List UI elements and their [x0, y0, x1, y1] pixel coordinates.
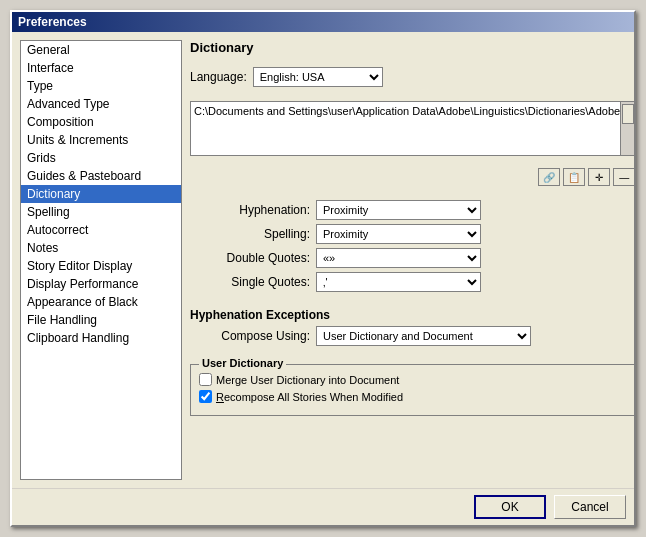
- dropdowns-section: Hyphenation: Proximity Spelling: Proximi…: [190, 200, 635, 296]
- spelling-select[interactable]: Proximity: [316, 224, 481, 244]
- user-dictionary-title: User Dictionary: [199, 357, 286, 369]
- icon-toolbar: 🔗 📋 ✛ —: [190, 168, 635, 186]
- double-quotes-row: Double Quotes: «»: [190, 248, 635, 268]
- language-row: Language: English: USA: [190, 67, 635, 87]
- recompose-row: Recompose All Stories When Modified: [199, 390, 626, 403]
- plus-icon: ✛: [595, 172, 603, 183]
- preferences-dialog: Preferences GeneralInterfaceTypeAdvanced…: [10, 10, 636, 527]
- title-bar: Preferences: [12, 12, 634, 32]
- compose-using-select[interactable]: User Dictionary and Document: [316, 326, 531, 346]
- hyphenation-exceptions-title: Hyphenation Exceptions: [190, 308, 635, 322]
- minus-icon-btn[interactable]: —: [613, 168, 635, 186]
- path-text: C:\Documents and Settings\user\Applicati…: [194, 105, 631, 117]
- sidebar-item-appearance-of-black[interactable]: Appearance of Black: [21, 293, 181, 311]
- sidebar: GeneralInterfaceTypeAdvanced TypeComposi…: [20, 40, 182, 480]
- language-select[interactable]: English: USA: [253, 67, 383, 87]
- link-icon-btn[interactable]: 🔗: [538, 168, 560, 186]
- dictionary-path-area: C:\Documents and Settings\user\Applicati…: [190, 101, 635, 156]
- compose-using-row: Compose Using: User Dictionary and Docum…: [190, 326, 635, 346]
- path-scrollbar[interactable]: [620, 102, 634, 155]
- single-quotes-select[interactable]: ‚': [316, 272, 481, 292]
- spelling-label: Spelling:: [190, 227, 310, 241]
- single-quotes-label: Single Quotes:: [190, 275, 310, 289]
- plus-icon-btn[interactable]: ✛: [588, 168, 610, 186]
- merge-row: Merge User Dictionary into Document: [199, 373, 626, 386]
- merge-label: Merge User Dictionary into Document: [216, 374, 399, 386]
- sidebar-item-story-editor-display[interactable]: Story Editor Display: [21, 257, 181, 275]
- scrollbar-thumb: [622, 104, 634, 124]
- sidebar-item-autocorrect[interactable]: Autocorrect: [21, 221, 181, 239]
- sidebar-item-file-handling[interactable]: File Handling: [21, 311, 181, 329]
- sidebar-item-advanced-type[interactable]: Advanced Type: [21, 95, 181, 113]
- dialog-body: GeneralInterfaceTypeAdvanced TypeComposi…: [12, 32, 634, 488]
- spelling-row: Spelling: Proximity: [190, 224, 635, 244]
- doc-icon: 📋: [568, 172, 580, 183]
- link-icon: 🔗: [543, 172, 555, 183]
- dialog-title: Preferences: [18, 15, 628, 29]
- double-quotes-label: Double Quotes:: [190, 251, 310, 265]
- sidebar-item-dictionary[interactable]: Dictionary: [21, 185, 181, 203]
- sidebar-item-composition[interactable]: Composition: [21, 113, 181, 131]
- minus-icon: —: [619, 172, 629, 183]
- sidebar-item-grids[interactable]: Grids: [21, 149, 181, 167]
- recompose-label: Recompose All Stories When Modified: [216, 391, 403, 403]
- recompose-checkbox[interactable]: [199, 390, 212, 403]
- hyphenation-row: Hyphenation: Proximity: [190, 200, 635, 220]
- hyphenation-select[interactable]: Proximity: [316, 200, 481, 220]
- language-label: Language:: [190, 70, 247, 84]
- sidebar-item-guides-&-pasteboard[interactable]: Guides & Pasteboard: [21, 167, 181, 185]
- hyphenation-exceptions-group: Hyphenation Exceptions Compose Using: Us…: [190, 308, 635, 350]
- sidebar-scroll: GeneralInterfaceTypeAdvanced TypeComposi…: [21, 41, 181, 479]
- sidebar-item-units-&-increments[interactable]: Units & Increments: [21, 131, 181, 149]
- single-quotes-row: Single Quotes: ‚': [190, 272, 635, 292]
- sidebar-item-notes[interactable]: Notes: [21, 239, 181, 257]
- cancel-button[interactable]: Cancel: [554, 495, 626, 519]
- main-content: Dictionary Language: English: USA C:\Doc…: [190, 40, 635, 480]
- user-dictionary-group: User Dictionary Merge User Dictionary in…: [190, 364, 635, 416]
- doc-icon-btn[interactable]: 📋: [563, 168, 585, 186]
- ok-button[interactable]: OK: [474, 495, 546, 519]
- hyphenation-label: Hyphenation:: [190, 203, 310, 217]
- sidebar-item-general[interactable]: General: [21, 41, 181, 59]
- sidebar-item-display-performance[interactable]: Display Performance: [21, 275, 181, 293]
- merge-checkbox[interactable]: [199, 373, 212, 386]
- compose-using-label: Compose Using:: [190, 329, 310, 343]
- recompose-underline-letter: R: [216, 391, 224, 403]
- sidebar-item-type[interactable]: Type: [21, 77, 181, 95]
- sidebar-item-interface[interactable]: Interface: [21, 59, 181, 77]
- sidebar-item-clipboard-handling[interactable]: Clipboard Handling: [21, 329, 181, 347]
- section-title: Dictionary: [190, 40, 635, 55]
- double-quotes-select[interactable]: «»: [316, 248, 481, 268]
- dialog-footer: OK Cancel: [12, 488, 634, 525]
- sidebar-item-spelling[interactable]: Spelling: [21, 203, 181, 221]
